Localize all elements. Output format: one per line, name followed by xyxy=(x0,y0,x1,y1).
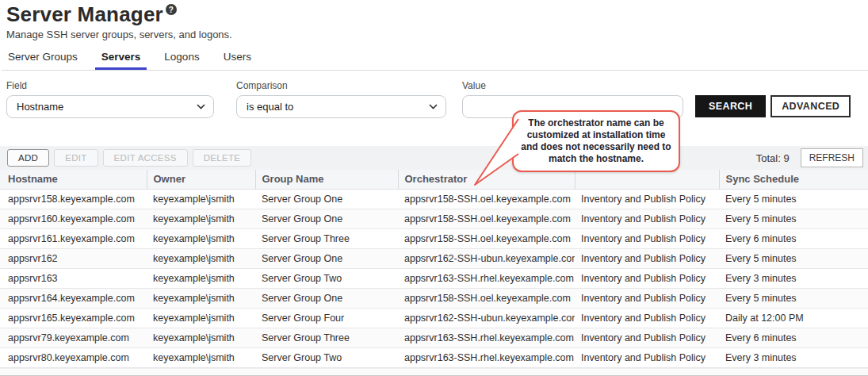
table-row[interactable]: appsrvr79.keyexample.comkeyexample\jsmit… xyxy=(0,328,868,347)
column-header-group-name: Group Name xyxy=(255,170,398,189)
tab-servers[interactable]: Servers xyxy=(95,51,147,70)
cell-sync-schedule: Every 5 minutes xyxy=(719,189,868,209)
page-header: Server Manager ? Manage SSH server group… xyxy=(0,0,868,40)
cell-group-name: Server Group Four xyxy=(255,308,398,328)
page-subtitle: Manage SSH server groups, servers, and l… xyxy=(6,29,868,40)
cell-group-name: Server Group One xyxy=(255,288,398,308)
cell-orchestrator: appsrvr163-SSH.rhel.keyexample.com xyxy=(398,328,575,347)
callout-tail-arrow xyxy=(471,117,520,190)
cell-owner: keyexample\jsmith xyxy=(147,328,255,347)
cell-group-name: Server Group One xyxy=(255,189,398,209)
cell-sync-schedule: Every 6 minutes xyxy=(719,328,868,347)
cell-orchestrator: appsrvr158-SSH.oel.keyexample.com xyxy=(398,228,575,248)
table-row[interactable]: appsrvr163keyexample\jsmithServer Group … xyxy=(0,268,868,288)
cell-policy: Inventory and Publish Policy xyxy=(575,189,719,209)
comparison-select[interactable]: is equal to xyxy=(236,95,446,118)
tab-users[interactable]: Users xyxy=(217,51,258,70)
cell-sync-schedule: Every 6 minutes xyxy=(719,228,868,248)
server-manager-page: Server Manager ? Manage SSH server group… xyxy=(0,0,868,376)
total-label: Total: xyxy=(756,152,781,164)
cell-sync-schedule: Every 3 minutes xyxy=(719,347,868,367)
cell-hostname: appsrvr160.keyexample.com xyxy=(0,209,147,228)
table-body: appsrvr158.keyexample.comkeyexample\jsmi… xyxy=(0,189,868,367)
cell-group-name: Server Group Three xyxy=(255,328,398,347)
cell-owner: keyexample\jsmith xyxy=(147,288,255,308)
tab-server-groups[interactable]: Server Groups xyxy=(2,51,84,70)
cell-sync-schedule: Every 5 minutes xyxy=(719,288,868,308)
cell-policy: Inventory and Publish Policy xyxy=(575,328,719,347)
cell-owner: keyexample\jsmith xyxy=(147,347,255,367)
field-label: Field xyxy=(6,80,214,91)
cell-owner: keyexample\jsmith xyxy=(147,268,255,288)
cell-policy: Inventory and Publish Policy xyxy=(575,268,719,288)
table-row[interactable]: appsrvr160.keyexample.comkeyexample\jsmi… xyxy=(0,209,868,228)
cell-sync-schedule: Every 3 minutes xyxy=(719,268,868,288)
cell-policy: Inventory and Publish Policy xyxy=(575,228,719,248)
cell-hostname: appsrvr165.keyexample.com xyxy=(0,308,147,328)
column-header-owner: Owner xyxy=(147,170,255,189)
cell-hostname: appsrvr158.keyexample.com xyxy=(0,189,147,209)
cell-policy: Inventory and Publish Policy xyxy=(575,308,719,328)
cell-hostname: appsrvr79.keyexample.com xyxy=(0,328,147,347)
refresh-button[interactable]: REFRESH xyxy=(801,148,863,167)
table-row[interactable]: appsrvr158.keyexample.comkeyexample\jsmi… xyxy=(0,189,868,209)
tab-logons[interactable]: Logons xyxy=(158,51,205,70)
cell-sync-schedule: Every 5 minutes xyxy=(719,248,868,268)
cell-owner: keyexample\jsmith xyxy=(147,248,255,268)
orchestrator-callout: The orchestrator name can be customized … xyxy=(512,110,680,172)
cell-owner: keyexample\jsmith xyxy=(147,228,255,248)
cell-group-name: Server Group Two xyxy=(255,268,398,288)
delete-button: DELETE xyxy=(193,149,252,167)
callout-text: The orchestrator name can be customized … xyxy=(512,110,680,172)
cell-group-name: Server Group One xyxy=(255,209,398,228)
table-row[interactable]: appsrvr165.keyexample.comkeyexample\jsmi… xyxy=(0,308,868,328)
table-row[interactable]: appsrvr161.keyexample.comkeyexample\jsmi… xyxy=(0,228,868,248)
column-header-policy xyxy=(575,170,719,189)
comparison-label: Comparison xyxy=(236,80,446,91)
filter-bar: Field Hostname Comparison is equal to Va… xyxy=(0,71,868,118)
table-row[interactable]: appsrvr80.keyexample.comkeyexample\jsmit… xyxy=(0,347,868,367)
help-icon[interactable]: ? xyxy=(166,4,177,15)
cell-orchestrator: appsrvr163-SSH.rhel.keyexample.com xyxy=(398,268,575,288)
cell-hostname: appsrvr163 xyxy=(0,268,147,288)
edit-button: EDIT xyxy=(54,149,98,167)
cell-hostname: appsrvr161.keyexample.com xyxy=(0,228,147,248)
page-title: Server Manager xyxy=(6,2,163,26)
table-footer xyxy=(0,368,868,376)
cell-policy: Inventory and Publish Policy xyxy=(575,288,719,308)
cell-owner: keyexample\jsmith xyxy=(147,209,255,228)
tabs: Server GroupsServersLogonsUsers xyxy=(2,51,868,71)
search-button[interactable]: SEARCH xyxy=(695,95,766,117)
cell-hostname: appsrvr80.keyexample.com xyxy=(0,347,147,367)
cell-policy: Inventory and Publish Policy xyxy=(575,248,719,268)
advanced-button[interactable]: ADVANCED xyxy=(770,95,851,117)
total-value: 9 xyxy=(783,152,789,164)
cell-hostname: appsrvr164.keyexample.com xyxy=(0,288,147,308)
column-header-hostname: Hostname xyxy=(0,170,147,189)
cell-policy: Inventory and Publish Policy xyxy=(575,209,719,228)
chevron-down-icon xyxy=(197,104,205,109)
cell-owner: keyexample\jsmith xyxy=(147,189,255,209)
cell-owner: keyexample\jsmith xyxy=(147,308,255,328)
cell-group-name: Server Group Three xyxy=(255,228,398,248)
cell-orchestrator: appsrvr158-SSH.oel.keyexample.com xyxy=(398,209,575,228)
servers-table: HostnameOwnerGroup NameOrchestratorSync … xyxy=(0,170,868,368)
chevron-down-icon xyxy=(429,104,438,109)
cell-sync-schedule: Every 5 minutes xyxy=(719,209,868,228)
field-select[interactable]: Hostname xyxy=(6,95,214,118)
add-button[interactable]: ADD xyxy=(7,149,49,167)
cell-group-name: Server Group One xyxy=(255,248,398,268)
table-row[interactable]: appsrvr164.keyexample.comkeyexample\jsmi… xyxy=(0,288,868,308)
table-row[interactable]: appsrvr162keyexample\jsmithServer Group … xyxy=(0,248,868,268)
cell-sync-schedule: Daily at 12:00 PM xyxy=(719,308,868,328)
edit-access-button: EDIT ACCESS xyxy=(103,149,188,167)
table-toolbar: ADD EDIT EDIT ACCESS DELETE Total: 9 REF… xyxy=(0,146,868,170)
field-select-value: Hostname xyxy=(17,101,63,113)
cell-orchestrator: appsrvr158-SSH.oel.keyexample.com xyxy=(398,189,575,209)
total-count: Total: 9 xyxy=(756,152,790,164)
cell-orchestrator: appsrvr162-SSH-ubun.keyexample.com xyxy=(398,248,575,268)
cell-hostname: appsrvr162 xyxy=(0,248,147,268)
cell-group-name: Server Group Two xyxy=(255,347,398,367)
cell-orchestrator: appsrvr158-SSH.oel.keyexample.com xyxy=(398,288,575,308)
comparison-select-value: is equal to xyxy=(247,101,293,113)
